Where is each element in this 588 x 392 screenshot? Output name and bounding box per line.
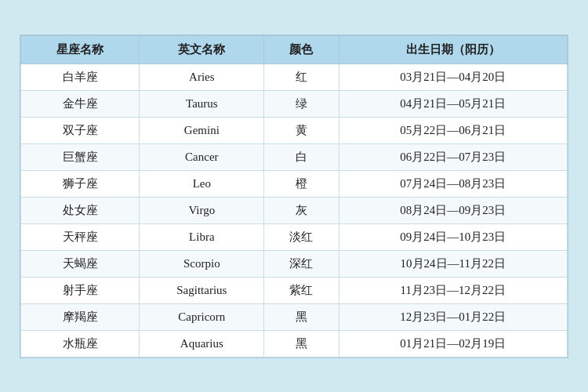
table-row: 金牛座Taurus绿04月21日—05月21日: [21, 90, 568, 117]
table-row: 摩羯座Capricorn黑12月23日—01月22日: [21, 303, 568, 330]
table-row: 双子座Gemini黄05月22日—06月21日: [21, 117, 568, 143]
table-row: 巨蟹座Cancer白06月22日—07月23日: [21, 143, 568, 170]
cell-chinese: 双子座: [21, 117, 140, 143]
zodiac-table: 星座名称 英文名称 颜色 出生日期（阳历） 白羊座Aries红03月21日—04…: [20, 35, 568, 358]
cell-english: Sagittarius: [140, 277, 264, 303]
cell-dates: 04月21日—05月21日: [339, 90, 567, 117]
cell-english: Taurus: [140, 90, 264, 117]
cell-color: 绿: [264, 90, 339, 117]
cell-english: Capricorn: [140, 303, 264, 330]
cell-english: Cancer: [140, 143, 264, 170]
table-row: 天蝎座Scorpio深红10月24日—11月22日: [21, 250, 568, 277]
cell-chinese: 狮子座: [21, 170, 140, 197]
cell-dates: 09月24日—10月23日: [339, 223, 567, 250]
table-row: 水瓶座Aquarius黑01月21日—02月19日: [21, 330, 568, 357]
col-header-dates: 出生日期（阳历）: [339, 35, 567, 64]
cell-color: 黄: [264, 117, 339, 143]
cell-chinese: 水瓶座: [21, 330, 140, 357]
cell-chinese: 巨蟹座: [21, 143, 140, 170]
table-row: 白羊座Aries红03月21日—04月20日: [21, 64, 568, 90]
cell-dates: 11月23日—12月22日: [339, 277, 567, 303]
cell-chinese: 射手座: [21, 277, 140, 303]
cell-chinese: 处女座: [21, 197, 140, 223]
cell-dates: 10月24日—11月22日: [339, 250, 567, 277]
table-row: 处女座Virgo灰08月24日—09月23日: [21, 197, 568, 223]
cell-dates: 05月22日—06月21日: [339, 117, 567, 143]
cell-english: Virgo: [140, 197, 264, 223]
cell-dates: 01月21日—02月19日: [339, 330, 567, 357]
table-row: 天秤座Libra淡红09月24日—10月23日: [21, 223, 568, 250]
cell-color: 紫红: [264, 277, 339, 303]
table-row: 射手座Sagittarius紫红11月23日—12月22日: [21, 277, 568, 303]
cell-dates: 08月24日—09月23日: [339, 197, 567, 223]
cell-english: Aquarius: [140, 330, 264, 357]
table-header-row: 星座名称 英文名称 颜色 出生日期（阳历）: [21, 35, 568, 64]
cell-chinese: 白羊座: [21, 64, 140, 90]
cell-dates: 03月21日—04月20日: [339, 64, 567, 90]
cell-english: Gemini: [140, 117, 264, 143]
col-header-english: 英文名称: [140, 35, 264, 64]
cell-color: 灰: [264, 197, 339, 223]
zodiac-table-wrapper: 星座名称 英文名称 颜色 出生日期（阳历） 白羊座Aries红03月21日—04…: [20, 34, 568, 358]
cell-color: 淡红: [264, 223, 339, 250]
cell-dates: 12月23日—01月22日: [339, 303, 567, 330]
cell-chinese: 天蝎座: [21, 250, 140, 277]
cell-color: 橙: [264, 170, 339, 197]
cell-chinese: 天秤座: [21, 223, 140, 250]
cell-english: Libra: [140, 223, 264, 250]
cell-color: 白: [264, 143, 339, 170]
cell-color: 黑: [264, 303, 339, 330]
cell-chinese: 金牛座: [21, 90, 140, 117]
cell-color: 红: [264, 64, 339, 90]
cell-dates: 06月22日—07月23日: [339, 143, 567, 170]
cell-english: Scorpio: [140, 250, 264, 277]
cell-color: 深红: [264, 250, 339, 277]
cell-dates: 07月24日—08月23日: [339, 170, 567, 197]
cell-chinese: 摩羯座: [21, 303, 140, 330]
cell-color: 黑: [264, 330, 339, 357]
table-body: 白羊座Aries红03月21日—04月20日金牛座Taurus绿04月21日—0…: [21, 64, 568, 357]
cell-english: Leo: [140, 170, 264, 197]
table-row: 狮子座Leo橙07月24日—08月23日: [21, 170, 568, 197]
col-header-color: 颜色: [264, 35, 339, 64]
cell-english: Aries: [140, 64, 264, 90]
col-header-chinese: 星座名称: [21, 35, 140, 64]
